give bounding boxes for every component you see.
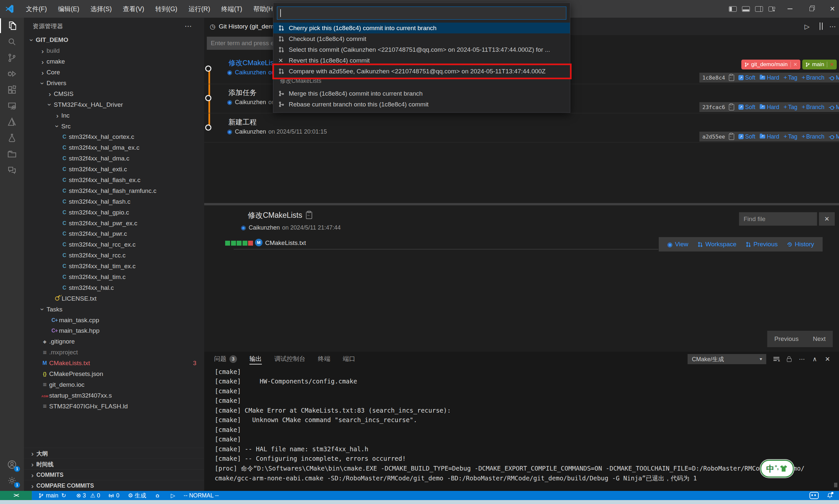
section-commits[interactable]: COMMITS: [24, 469, 204, 481]
source-control-icon[interactable]: [0, 50, 24, 66]
add-tag-button[interactable]: +Tag: [784, 74, 798, 81]
section-outline[interactable]: 大纲: [24, 448, 204, 459]
remote-branch-badge[interactable]: git_demo/main ✕: [741, 59, 800, 69]
tree-item[interactable]: stm32f4xx_hal_rcc.c: [24, 250, 204, 261]
vim-mode-indicator[interactable]: -- NORMAL --: [183, 492, 219, 499]
tree-item[interactable]: stm32f4xx_hal_pwr.c: [24, 229, 204, 239]
tree-item[interactable]: stm32f4xx_hal_pwr_ex.c: [24, 218, 204, 229]
run-debug-icon[interactable]: [0, 66, 24, 82]
tree-item[interactable]: stm32f4xx_hal_rcc_ex.c: [24, 239, 204, 250]
account-icon[interactable]: 1: [0, 456, 24, 472]
notifications-bell-icon[interactable]: [826, 492, 833, 499]
changed-file-name[interactable]: CMakeLists.txt: [265, 239, 306, 247]
copy-hash-icon[interactable]: [729, 133, 734, 140]
cmake-icon[interactable]: [0, 114, 24, 130]
commit-title[interactable]: 新建工程: [228, 117, 257, 127]
customize-layout-icon[interactable]: [766, 0, 779, 18]
tree-item[interactable]: CMSIS: [24, 88, 204, 99]
tree-item[interactable]: STM32F4xx_HAL_Driver: [24, 99, 204, 110]
close-panel-icon[interactable]: ✕: [823, 354, 832, 363]
menu-terminal[interactable]: 终端(T): [216, 0, 248, 18]
more-button[interactable]: More: [829, 74, 839, 81]
tree-item[interactable]: stm32f4xx_hal_dma_ex.c: [24, 142, 204, 153]
quickpick-item-select-commit[interactable]: Select this commit (Caikunzhen <22107487…: [273, 44, 570, 55]
quickpick-input[interactable]: [277, 6, 566, 20]
editor-more-actions-icon[interactable]: ⋯: [826, 23, 839, 31]
tree-item[interactable]: .mxproject: [24, 347, 204, 358]
tree-item[interactable]: GIT_DEMO: [24, 35, 204, 46]
quickpick-item-checkout[interactable]: Checkout (1c8e8c4) commit: [273, 33, 570, 44]
tree-item[interactable]: stm32f4xx_hal_flash_ramfunc.c: [24, 185, 204, 196]
section-timeline[interactable]: 时间线: [24, 458, 204, 470]
previous-page-button[interactable]: Previous: [774, 335, 799, 343]
copilot-icon[interactable]: [809, 492, 819, 499]
tree-item[interactable]: stm32f4xx_hal_flash_ex.c: [24, 175, 204, 186]
split-editor-icon[interactable]: [814, 23, 826, 30]
tree-item[interactable]: Tasks: [24, 304, 204, 315]
menu-view[interactable]: 查看(V): [117, 0, 150, 18]
quickpick-item-merge[interactable]: Merge this (1c8e8c4) commit into current…: [273, 88, 570, 99]
tab-debug-console[interactable]: 调试控制台: [274, 352, 305, 366]
reset-soft-button[interactable]: ↗Soft: [738, 133, 755, 140]
previous-button[interactable]: Previous: [746, 241, 778, 248]
tree-item[interactable]: Core: [24, 67, 204, 78]
tree-item[interactable]: stm32f4xx_hal_exti.c: [24, 164, 204, 175]
view-button[interactable]: ◉View: [667, 241, 688, 248]
reset-hard-button[interactable]: Hard: [760, 74, 779, 81]
reset-hard-button[interactable]: Hard: [760, 133, 779, 140]
output-channel-select[interactable]: CMake/生成 ▼: [687, 354, 766, 364]
remove-badge-icon[interactable]: ✕: [793, 61, 798, 68]
toggle-panel-icon[interactable]: [739, 0, 752, 18]
tree-item[interactable]: main_task.cpp: [24, 315, 204, 325]
tree-item[interactable]: startup_stm32f407xx.s: [24, 390, 204, 401]
quickpick-item-cherry-pick[interactable]: Cherry pick this (1c8e8c4) commit into c…: [273, 23, 570, 33]
tree-item[interactable]: build: [24, 46, 204, 56]
tree-item[interactable]: Src: [24, 121, 204, 132]
next-page-button[interactable]: Next: [813, 335, 825, 343]
project-manager-icon[interactable]: [0, 146, 24, 162]
extensions-icon[interactable]: [0, 82, 24, 98]
reset-soft-button[interactable]: ↗Soft: [738, 74, 755, 81]
toggle-secondary-sidebar-icon[interactable]: [752, 0, 766, 18]
testing-icon[interactable]: [0, 130, 24, 146]
output-log[interactable]: [cmake] [cmake] HW-Components/config.cma…: [215, 368, 833, 484]
tree-item[interactable]: Drivers: [24, 78, 204, 89]
local-branch-badge[interactable]: main ✕: [802, 59, 837, 69]
menu-file[interactable]: 文件(F): [20, 0, 52, 18]
close-button[interactable]: ✕: [826, 0, 839, 18]
commit-title[interactable]: 修改CMakeLists: [228, 58, 279, 68]
tree-item[interactable]: CMakeLists.txt3: [24, 358, 204, 369]
tree-item[interactable]: stm32f4xx_hal_tim.c: [24, 272, 204, 283]
add-tag-button[interactable]: +Tag: [784, 104, 798, 111]
add-branch-button[interactable]: +Branch: [802, 104, 825, 111]
tree-item[interactable]: stm32f4xx_hal_tim_ex.c: [24, 261, 204, 272]
lock-scroll-icon[interactable]: [785, 354, 793, 363]
tree-item[interactable]: stm32f4xx_hal_dma.c: [24, 153, 204, 164]
quickpick-item-rebase[interactable]: Rebase current branch onto this (1c8e8c4…: [273, 99, 570, 110]
find-file-input[interactable]: Find file: [739, 212, 817, 226]
tree-item[interactable]: CMakePresets.json: [24, 369, 204, 380]
tab-output[interactable]: 输出: [249, 352, 262, 366]
maximize-panel-icon[interactable]: ∧: [810, 354, 819, 363]
add-branch-button[interactable]: +Branch: [802, 74, 825, 81]
scrollbar[interactable]: [834, 483, 837, 487]
debug-button[interactable]: [155, 493, 162, 499]
section-compare-commits[interactable]: COMPARE COMMITS: [24, 480, 204, 491]
commit-title[interactable]: 添加任务: [228, 88, 257, 97]
tree-item[interactable]: STM32F407IGHx_FLASH.ld: [24, 401, 204, 412]
restore-button[interactable]: [805, 0, 818, 18]
tree-item[interactable]: git_demo.ioc: [24, 380, 204, 390]
remote-explorer-icon[interactable]: [0, 98, 24, 114]
tree-item[interactable]: main_task.hpp: [24, 325, 204, 336]
menu-edit[interactable]: 编辑(E): [52, 0, 85, 18]
copy-hash-icon[interactable]: [729, 104, 734, 110]
tree-item[interactable]: stm32f4xx_hal.c: [24, 282, 204, 293]
menu-go[interactable]: 转到(G): [150, 0, 183, 18]
add-tag-button[interactable]: +Tag: [784, 133, 798, 140]
close-detail-icon[interactable]: ✕: [819, 212, 835, 226]
tree-item[interactable]: stm32f4xx_hal_cortex.c: [24, 132, 204, 142]
ime-widget[interactable]: 中 °,: [761, 460, 794, 478]
tree-item[interactable]: stm32f4xx_hal_flash.c: [24, 196, 204, 207]
feedback-indicator[interactable]: 0: [108, 492, 119, 499]
clear-output-icon[interactable]: [772, 354, 781, 363]
